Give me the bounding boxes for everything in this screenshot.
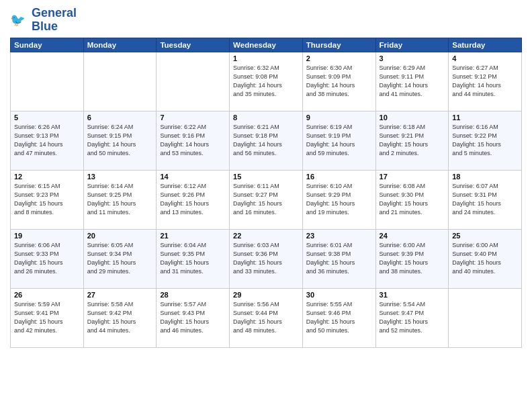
weekday-header: Monday xyxy=(83,38,157,52)
calendar-cell: 27Sunrise: 5:58 AM Sunset: 9:42 PM Dayli… xyxy=(83,288,157,347)
calendar-cell: 23Sunrise: 6:01 AM Sunset: 9:38 PM Dayli… xyxy=(302,229,375,288)
day-number: 7 xyxy=(160,113,226,122)
day-info: Sunrise: 6:01 AM Sunset: 9:38 PM Dayligh… xyxy=(306,241,372,276)
day-number: 3 xyxy=(380,54,445,62)
day-number: 9 xyxy=(306,113,372,122)
day-number: 24 xyxy=(380,232,445,240)
day-number: 18 xyxy=(452,173,518,181)
weekday-header: Tuesday xyxy=(157,38,230,52)
calendar-cell: 11Sunrise: 6:16 AM Sunset: 9:22 PM Dayli… xyxy=(449,111,522,170)
day-info: Sunrise: 6:07 AM Sunset: 9:31 PM Dayligh… xyxy=(452,182,518,217)
calendar-week-row: 5Sunrise: 6:26 AM Sunset: 9:13 PM Daylig… xyxy=(11,111,522,170)
calendar-cell: 22Sunrise: 6:03 AM Sunset: 9:36 PM Dayli… xyxy=(230,229,303,288)
calendar-cell: 31Sunrise: 5:54 AM Sunset: 9:47 PM Dayli… xyxy=(375,288,449,347)
calendar-cell xyxy=(83,52,157,111)
day-info: Sunrise: 6:10 AM Sunset: 9:29 PM Dayligh… xyxy=(306,182,372,217)
day-info: Sunrise: 6:03 AM Sunset: 9:36 PM Dayligh… xyxy=(233,241,299,276)
day-info: Sunrise: 5:56 AM Sunset: 9:44 PM Dayligh… xyxy=(233,300,299,335)
calendar-cell: 12Sunrise: 6:15 AM Sunset: 9:23 PM Dayli… xyxy=(11,170,84,229)
day-info: Sunrise: 6:11 AM Sunset: 9:27 PM Dayligh… xyxy=(233,182,299,217)
day-info: Sunrise: 5:55 AM Sunset: 9:46 PM Dayligh… xyxy=(306,300,372,335)
day-number: 1 xyxy=(233,54,299,62)
day-info: Sunrise: 6:06 AM Sunset: 9:33 PM Dayligh… xyxy=(14,241,80,276)
day-number: 17 xyxy=(380,173,445,181)
calendar-cell: 7Sunrise: 6:22 AM Sunset: 9:16 PM Daylig… xyxy=(157,111,230,170)
calendar-cell: 4Sunrise: 6:27 AM Sunset: 9:12 PM Daylig… xyxy=(449,52,522,111)
calendar-header-row: SundayMondayTuesdayWednesdayThursdayFrid… xyxy=(11,38,522,52)
logo-text: GeneralBlue xyxy=(32,7,77,34)
day-info: Sunrise: 6:27 AM Sunset: 9:12 PM Dayligh… xyxy=(452,64,518,99)
svg-text:🐦: 🐦 xyxy=(10,12,26,27)
day-number: 21 xyxy=(160,232,226,240)
day-number: 13 xyxy=(87,173,153,181)
calendar-cell: 3Sunrise: 6:29 AM Sunset: 9:11 PM Daylig… xyxy=(375,52,449,111)
calendar-cell: 15Sunrise: 6:11 AM Sunset: 9:27 PM Dayli… xyxy=(230,170,303,229)
day-number: 15 xyxy=(233,173,299,181)
day-number: 20 xyxy=(87,232,153,240)
day-number: 6 xyxy=(87,113,153,122)
weekday-header: Thursday xyxy=(302,38,375,52)
day-info: Sunrise: 6:15 AM Sunset: 9:23 PM Dayligh… xyxy=(14,182,80,217)
calendar-week-row: 26Sunrise: 5:59 AM Sunset: 9:41 PM Dayli… xyxy=(11,288,522,347)
calendar-cell: 30Sunrise: 5:55 AM Sunset: 9:46 PM Dayli… xyxy=(302,288,375,347)
day-info: Sunrise: 6:30 AM Sunset: 9:09 PM Dayligh… xyxy=(306,64,372,99)
calendar-week-row: 1Sunrise: 6:32 AM Sunset: 9:08 PM Daylig… xyxy=(11,52,522,111)
day-number: 30 xyxy=(306,291,372,299)
calendar-cell: 6Sunrise: 6:24 AM Sunset: 9:15 PM Daylig… xyxy=(83,111,157,170)
day-number: 10 xyxy=(380,113,445,122)
day-info: Sunrise: 6:22 AM Sunset: 9:16 PM Dayligh… xyxy=(160,123,226,158)
day-number: 5 xyxy=(14,113,80,122)
page-container: 🐦 GeneralBlue SundayMondayTuesdayWednesd… xyxy=(0,0,532,411)
weekday-header: Saturday xyxy=(449,38,522,52)
day-number: 29 xyxy=(233,291,299,299)
page-header: 🐦 GeneralBlue xyxy=(10,7,522,34)
day-info: Sunrise: 6:12 AM Sunset: 9:26 PM Dayligh… xyxy=(160,182,226,217)
calendar-cell: 9Sunrise: 6:19 AM Sunset: 9:19 PM Daylig… xyxy=(302,111,375,170)
calendar-week-row: 12Sunrise: 6:15 AM Sunset: 9:23 PM Dayli… xyxy=(11,170,522,229)
calendar-cell: 29Sunrise: 5:56 AM Sunset: 9:44 PM Dayli… xyxy=(230,288,303,347)
day-info: Sunrise: 6:14 AM Sunset: 9:25 PM Dayligh… xyxy=(87,182,153,217)
day-info: Sunrise: 6:00 AM Sunset: 9:39 PM Dayligh… xyxy=(380,241,445,276)
day-info: Sunrise: 5:59 AM Sunset: 9:41 PM Dayligh… xyxy=(14,300,80,335)
calendar-cell: 25Sunrise: 6:00 AM Sunset: 9:40 PM Dayli… xyxy=(449,229,522,288)
day-number: 31 xyxy=(380,291,445,299)
day-number: 11 xyxy=(452,113,518,122)
calendar-cell: 10Sunrise: 6:18 AM Sunset: 9:21 PM Dayli… xyxy=(375,111,449,170)
calendar-cell: 1Sunrise: 6:32 AM Sunset: 9:08 PM Daylig… xyxy=(230,52,303,111)
calendar-cell: 17Sunrise: 6:08 AM Sunset: 9:30 PM Dayli… xyxy=(375,170,449,229)
calendar-cell xyxy=(157,52,230,111)
calendar-week-row: 19Sunrise: 6:06 AM Sunset: 9:33 PM Dayli… xyxy=(11,229,522,288)
day-info: Sunrise: 6:04 AM Sunset: 9:35 PM Dayligh… xyxy=(160,241,226,276)
day-info: Sunrise: 6:21 AM Sunset: 9:18 PM Dayligh… xyxy=(233,123,299,158)
logo: 🐦 GeneralBlue xyxy=(10,7,77,34)
day-info: Sunrise: 6:08 AM Sunset: 9:30 PM Dayligh… xyxy=(380,182,445,217)
day-number: 25 xyxy=(452,232,518,240)
calendar-cell: 28Sunrise: 5:57 AM Sunset: 9:43 PM Dayli… xyxy=(157,288,230,347)
calendar-cell: 5Sunrise: 6:26 AM Sunset: 9:13 PM Daylig… xyxy=(11,111,84,170)
day-info: Sunrise: 6:29 AM Sunset: 9:11 PM Dayligh… xyxy=(380,64,445,99)
day-info: Sunrise: 6:32 AM Sunset: 9:08 PM Dayligh… xyxy=(233,64,299,99)
day-number: 4 xyxy=(452,54,518,62)
day-info: Sunrise: 5:57 AM Sunset: 9:43 PM Dayligh… xyxy=(160,300,226,335)
day-number: 14 xyxy=(160,173,226,181)
calendar-cell: 2Sunrise: 6:30 AM Sunset: 9:09 PM Daylig… xyxy=(302,52,375,111)
day-info: Sunrise: 6:24 AM Sunset: 9:15 PM Dayligh… xyxy=(87,123,153,158)
day-number: 19 xyxy=(14,232,80,240)
calendar-cell: 14Sunrise: 6:12 AM Sunset: 9:26 PM Dayli… xyxy=(157,170,230,229)
day-number: 22 xyxy=(233,232,299,240)
weekday-header: Wednesday xyxy=(230,38,303,52)
calendar-cell: 13Sunrise: 6:14 AM Sunset: 9:25 PM Dayli… xyxy=(83,170,157,229)
calendar-cell: 20Sunrise: 6:05 AM Sunset: 9:34 PM Dayli… xyxy=(83,229,157,288)
calendar-cell: 16Sunrise: 6:10 AM Sunset: 9:29 PM Dayli… xyxy=(302,170,375,229)
day-info: Sunrise: 6:00 AM Sunset: 9:40 PM Dayligh… xyxy=(452,241,518,276)
day-number: 2 xyxy=(306,54,372,62)
day-info: Sunrise: 6:18 AM Sunset: 9:21 PM Dayligh… xyxy=(380,123,445,158)
day-info: Sunrise: 5:58 AM Sunset: 9:42 PM Dayligh… xyxy=(87,300,153,335)
calendar-cell: 26Sunrise: 5:59 AM Sunset: 9:41 PM Dayli… xyxy=(11,288,84,347)
day-info: Sunrise: 6:05 AM Sunset: 9:34 PM Dayligh… xyxy=(87,241,153,276)
day-number: 23 xyxy=(306,232,372,240)
day-info: Sunrise: 6:26 AM Sunset: 9:13 PM Dayligh… xyxy=(14,123,80,158)
calendar-table: SundayMondayTuesdayWednesdayThursdayFrid… xyxy=(10,38,522,348)
logo-bird-icon: 🐦 xyxy=(10,11,29,30)
calendar-cell: 18Sunrise: 6:07 AM Sunset: 9:31 PM Dayli… xyxy=(449,170,522,229)
